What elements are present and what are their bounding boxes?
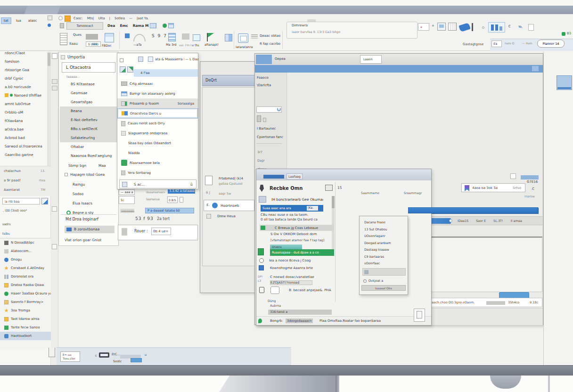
field-2[interactable]: naro O xyxy=(505,41,520,45)
main-dialog-tab[interactable]: Laaen xyxy=(360,55,382,64)
context-menu-item[interactable]: Tante fecw Sanoa xyxy=(0,323,51,332)
sidebar-item[interactable]: drbf Cgroc xyxy=(0,74,47,82)
dialog-search-btn[interactable]: Srtso xyxy=(513,186,525,190)
refresh-green-icon[interactable] xyxy=(163,24,167,28)
toolbar-label[interactable]: Saor E xyxy=(476,219,486,223)
rail-icon-scroll[interactable] xyxy=(52,79,57,84)
rechte-header-icon[interactable] xyxy=(325,185,333,191)
rail-icon-top[interactable] xyxy=(52,53,57,59)
dropdown-item[interactable]: Nladda xyxy=(117,148,198,158)
rouer-value-box[interactable]: 0b 4 ue+ xyxy=(151,228,171,235)
windows-pair-icon[interactable] xyxy=(225,34,232,41)
menu-item[interactable]: Caoc: xyxy=(74,16,83,20)
menu-item[interactable]: — xyxy=(129,16,132,20)
sidebar-item[interactable]: fOlax4ana xyxy=(0,116,47,125)
context-menu-item[interactable]: Doronolat ora xyxy=(0,272,51,281)
popup-item[interactable]: 13 Sut Ohabou xyxy=(360,226,408,233)
dd-window-icon[interactable] xyxy=(138,57,143,62)
dialog-search-box[interactable]: 4aoa oa 3ok 3a Srtso xyxy=(461,183,525,192)
shape-icon[interactable] xyxy=(182,33,189,40)
rechte-line-8[interactable]: B: becaod anpejae&. PHA xyxy=(289,288,341,292)
context-menu-item[interactable]: Corabaot £.AtOnday xyxy=(0,264,51,272)
rail-small-label[interactable]: Dagr xyxy=(255,156,287,165)
copy-icon[interactable] xyxy=(238,33,248,43)
toolbar-item[interactable]: Rama M xyxy=(133,24,149,28)
blue-thumbnail[interactable] xyxy=(557,75,572,90)
rail-button[interactable]: I Bartaunec xyxy=(255,124,287,133)
rail-icon-mid[interactable] xyxy=(52,206,57,212)
imports-title-box[interactable]: L Otacaotra xyxy=(62,62,115,73)
depot-file-label[interactable]: Drew Heua xyxy=(217,214,250,218)
zoom-field[interactable]: a xyxy=(418,23,429,31)
sync-icon[interactable] xyxy=(48,24,51,27)
dropdown-item[interactable]: Rlaaraarnooe bela xyxy=(117,158,198,168)
field-3[interactable]: — Ram xyxy=(522,41,535,45)
two-col-left[interactable]: Sbmp bgn xyxy=(68,163,92,168)
window-titlebar[interactable] xyxy=(0,6,573,14)
selected-row-gray[interactable]: C Breeua jg Coas Lebeaue xyxy=(260,225,334,231)
checkbox-icon[interactable] xyxy=(65,173,68,176)
sidebar-small-label[interactable]: sadrs xyxy=(1,220,34,229)
pin-icon[interactable] xyxy=(472,23,473,31)
lines-icon[interactable] xyxy=(251,34,258,39)
progress-knob[interactable] xyxy=(449,219,452,222)
rail-doc-icon[interactable] xyxy=(257,115,261,122)
swatch-icon[interactable] xyxy=(86,34,98,40)
imports-item[interactable]: Geomsae xyxy=(60,89,117,98)
corner-box-icon[interactable] xyxy=(510,173,516,179)
doc-icon[interactable] xyxy=(60,23,64,28)
dropdown-item[interactable]: Onacstvoa Darcs u xyxy=(117,108,198,118)
form-cell-5[interactable]: Iaaraeua xyxy=(146,197,164,201)
sidebar-scrollbar[interactable] xyxy=(47,52,51,170)
imports-item[interactable]: BBo.s oeKDecK xyxy=(60,124,117,133)
form-cell-6[interactable]: 0 8/5 xyxy=(167,196,178,203)
depot-file-line1[interactable]: Frtebmed| (k)4 xyxy=(219,177,254,180)
popup-button[interactable]: Iaaaaal Oba xyxy=(361,285,406,291)
imports-item[interactable]: Oftabar xyxy=(60,142,117,151)
field-1[interactable]: £a xyxy=(491,41,502,47)
rail-small-label[interactable]: 3r7 xyxy=(255,148,287,156)
sidebar-item[interactable]: Orbblo-oM xyxy=(0,108,47,116)
popup-item[interactable]: Dacana fnaoe xyxy=(360,219,408,226)
q-box[interactable] xyxy=(528,24,534,31)
sidebar-item[interactable]: amnt lubOrtue xyxy=(0,99,47,108)
context-menu-item[interactable]: Onogu xyxy=(0,255,51,264)
table-big-icon[interactable] xyxy=(168,33,176,41)
popup-item[interactable]: sOonrfaac xyxy=(360,260,408,267)
rechte-line-5[interactable]: Iea a noece Bceva j Coag xyxy=(269,259,326,262)
rechte-scroll-thumb[interactable] xyxy=(332,196,335,208)
form-spin[interactable] xyxy=(180,197,183,203)
sac-row[interactable]: S ac… ü xyxy=(119,180,196,188)
rail-icon-low[interactable] xyxy=(52,244,57,249)
sidebar-item[interactable]: Acbrod bad xyxy=(0,133,47,142)
imports-more-item[interactable]: Begne o sty xyxy=(60,208,117,217)
imports-item[interactable]: BS KOtastaoe xyxy=(60,80,117,89)
stat-row[interactable]: chalachuo 13. xyxy=(0,166,51,176)
imports-more-item[interactable]: Ramgu xyxy=(60,180,117,189)
dropdown-item[interactable]: Cauas nerot aacb Orry xyxy=(117,118,198,128)
popup-item[interactable]: C9 bartaaras xyxy=(360,253,408,261)
app-tab[interactable]: tat xyxy=(1,17,11,24)
context-menu-item[interactable]: N Dooadbtópc xyxy=(0,238,51,247)
imports-footer-last[interactable]: Vlat orlon goar Gniot xyxy=(65,238,116,242)
sidebar-item[interactable]: aOdca.bae xyxy=(0,125,47,133)
selected-row-blue[interactable]: Suaa aaac ana ara |Ka. xyxy=(261,205,323,212)
grid-icon[interactable] xyxy=(150,23,156,28)
imports-footer-selected[interactable]: B zorovtbonaa xyxy=(65,226,115,233)
menu-item[interactable]: Ulta xyxy=(98,16,105,20)
sidebar-search-input[interactable]: ia rtb baa xyxy=(2,198,40,204)
imports-more-item[interactable]: Elua Isaacs xyxy=(60,198,117,208)
la-icon[interactable] xyxy=(125,33,130,38)
depot-file-card[interactable]: £. Hoortnoeb xyxy=(204,200,254,211)
check-item-label[interactable]: Hapagm tdod Goea xyxy=(70,172,115,177)
sidebar-item[interactable]: Nanoed tfhfflae xyxy=(0,91,47,99)
dropdown-item[interactable]: Bamgr lon ataaraary aolerg xyxy=(117,89,198,98)
rail-doc-icon2[interactable] xyxy=(263,118,266,122)
chart-icon[interactable] xyxy=(488,22,505,33)
imports-item[interactable]: Sofakeleurlng xyxy=(60,133,117,142)
pill-gray[interactable]: aaaaaaaa - xyxy=(120,209,134,213)
form-cell-1[interactable]: — aaa a xyxy=(119,189,135,195)
flag-icon[interactable] xyxy=(207,33,214,38)
help-icon[interactable] xyxy=(58,16,63,20)
rail-button[interactable]: Cpiertonao fanc xyxy=(255,133,287,141)
